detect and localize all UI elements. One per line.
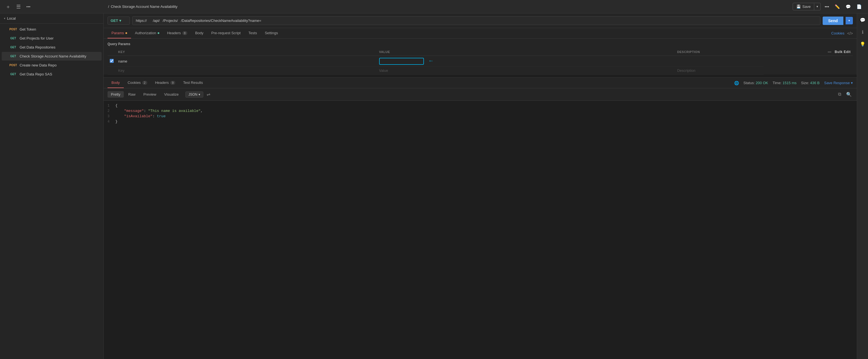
- tab-tests-label: Tests: [248, 31, 257, 35]
- line-number: 1: [107, 104, 115, 108]
- format-chevron-icon: ▾: [198, 92, 200, 96]
- response-cookies-label: Cookies: [128, 81, 141, 85]
- sidebar-header: ▾ Local: [0, 13, 103, 24]
- send-button[interactable]: Send: [823, 17, 843, 25]
- sidebar-item-get-token[interactable]: POST Get Token: [2, 25, 102, 34]
- page-title: Check Storage Account Name Availability: [111, 4, 178, 9]
- response-tab-body[interactable]: Body: [107, 78, 124, 88]
- code-toggle-button[interactable]: </>: [847, 31, 853, 36]
- response-tab-cookies[interactable]: Cookies 2: [124, 78, 151, 88]
- param-value-input[interactable]: [379, 58, 424, 65]
- search-icon[interactable]: 🔍: [845, 90, 853, 98]
- response-tab-headers[interactable]: Headers 9: [151, 78, 179, 88]
- sidebar-group-label: Local: [7, 16, 16, 21]
- method-label: GET: [111, 19, 118, 23]
- sidebar-item-check-storage[interactable]: GET Check Storage Account Name Availabil…: [2, 52, 102, 61]
- save-response-button[interactable]: Save Response ▾: [824, 81, 853, 85]
- cookies-link[interactable]: Cookies: [831, 31, 844, 35]
- word-wrap-icon[interactable]: ⇌: [207, 92, 210, 97]
- placeholder-value[interactable]: Value: [379, 68, 388, 73]
- code-tab-preview[interactable]: Preview: [140, 91, 160, 98]
- format-select[interactable]: JSON ▾: [185, 91, 203, 98]
- more-options-icon[interactable]: •••: [823, 3, 831, 10]
- right-panel: 💬 ℹ 💡: [857, 13, 868, 359]
- more-params-icon[interactable]: •••: [828, 50, 831, 54]
- sidebar-item-label: Get Token: [20, 27, 36, 31]
- params-table: KEY VALUE DESCRIPTION ••• Bulk Edit: [107, 48, 853, 75]
- code-content: "message": "This name is available",: [115, 109, 853, 113]
- method-select[interactable]: GET ▾: [107, 17, 130, 25]
- resp-headers-count: 9: [170, 81, 175, 85]
- code-tab-raw[interactable]: Raw: [125, 91, 139, 98]
- sidebar-title[interactable]: ▾ Local: [4, 16, 16, 21]
- save-response-chevron-icon: ▾: [851, 81, 853, 85]
- params-dot: [125, 32, 127, 34]
- tab-body[interactable]: Body: [191, 28, 208, 38]
- param-value-cell[interactable]: ←: [377, 56, 675, 67]
- code-body: 1 { 2 "message": "This name is available…: [103, 101, 857, 359]
- sidebar-item-get-projects[interactable]: GET Get Projects for User: [2, 34, 102, 43]
- save-button[interactable]: 💾 Save: [793, 3, 814, 10]
- tab-settings[interactable]: Settings: [261, 28, 282, 38]
- top-bar-left: ＋ ☰ •••: [4, 2, 108, 11]
- sidebar-item-get-repos[interactable]: GET Get Data Repositories: [2, 43, 102, 52]
- tab-pre-request[interactable]: Pre-request Script: [208, 28, 245, 38]
- sidebar: ▾ Local POST Get Token GET Get Projects …: [0, 13, 103, 359]
- comment-icon[interactable]: 💬: [859, 16, 867, 24]
- edit-icon[interactable]: ✏️: [833, 3, 842, 10]
- tab-authorization[interactable]: Authorization: [131, 28, 163, 38]
- save-chevron-button[interactable]: ▾: [814, 3, 820, 10]
- method-chevron-icon: ▾: [119, 19, 121, 23]
- code-line-4: 4 }: [103, 119, 857, 124]
- url-bar: GET ▾ Send ▾: [103, 13, 857, 28]
- send-chevron-button[interactable]: ▾: [846, 17, 853, 24]
- query-params-label: Query Params: [107, 42, 853, 46]
- chat-icon[interactable]: 💬: [844, 3, 852, 10]
- format-label: JSON: [188, 92, 197, 96]
- code-tab-visualize[interactable]: Visualize: [161, 91, 182, 98]
- th-checkbox: [107, 48, 116, 56]
- code-icons-right: ⧉ 🔍: [837, 90, 853, 98]
- top-bar: ＋ ☰ ••• / Check Storage Account Name Ava…: [0, 0, 868, 13]
- url-input[interactable]: [132, 16, 820, 25]
- document-icon[interactable]: 📄: [855, 3, 864, 10]
- code-view-tabs: Pretty Raw Preview Visualize JSON ▾ ⇌ ⧉ …: [103, 88, 857, 101]
- line-number: 4: [107, 119, 115, 124]
- lightbulb-icon[interactable]: 💡: [859, 40, 867, 48]
- status-text: Status: 200 OK: [743, 81, 768, 85]
- placeholder-description[interactable]: Description: [677, 68, 695, 73]
- response-tab-test-results[interactable]: Test Results: [179, 78, 207, 88]
- chevron-down-icon: ▾: [4, 17, 5, 20]
- info-icon[interactable]: ℹ: [861, 28, 865, 36]
- param-desc-cell: [675, 56, 764, 67]
- breadcrumb-sep: /: [108, 4, 109, 9]
- th-value: VALUE: [377, 48, 675, 56]
- headers-count: 8: [182, 31, 187, 35]
- add-icon[interactable]: ＋: [4, 2, 12, 11]
- param-key-value: name: [118, 59, 127, 63]
- sidebar-item-label: Get Data Repo SAS: [20, 72, 52, 76]
- sidebar-item-label: Get Projects for User: [20, 36, 54, 40]
- copy-icon[interactable]: ⧉: [837, 90, 842, 98]
- time-text: Time: 1515 ms: [773, 81, 797, 85]
- tab-headers[interactable]: Headers 8: [163, 28, 191, 38]
- code-tab-pretty[interactable]: Pretty: [107, 91, 124, 98]
- cookies-count: 2: [142, 81, 147, 85]
- bulk-edit-button[interactable]: Bulk Edit: [835, 50, 850, 54]
- response-test-results-label: Test Results: [183, 81, 203, 85]
- tab-tests[interactable]: Tests: [244, 28, 261, 38]
- method-badge: GET: [9, 73, 18, 76]
- sidebar-item-get-sas[interactable]: GET Get Data Repo SAS: [2, 70, 102, 79]
- menu-icon[interactable]: ☰: [15, 2, 22, 11]
- tab-body-label: Body: [195, 31, 204, 35]
- placeholder-key[interactable]: Key: [118, 68, 124, 73]
- content-area: GET ▾ Send ▾ Params Authorization Header…: [103, 13, 857, 359]
- param-checkbox[interactable]: [110, 59, 114, 63]
- param-row-name: name ←: [107, 56, 853, 67]
- th-actions: ••• Bulk Edit: [764, 48, 853, 56]
- tab-params[interactable]: Params: [107, 28, 131, 38]
- breadcrumb: / Check Storage Account Name Availabilit…: [108, 4, 178, 9]
- sidebar-item-create-repo[interactable]: POST Create new Data Repo: [2, 61, 102, 70]
- method-badge: POST: [9, 28, 18, 31]
- more-dots-icon[interactable]: •••: [25, 3, 32, 10]
